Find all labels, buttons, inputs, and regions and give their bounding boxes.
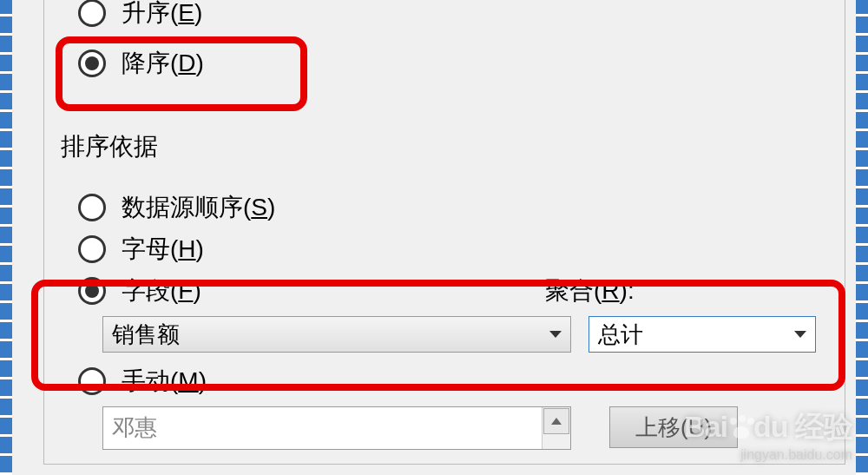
radio-field-label: 字段(F) [122, 274, 201, 307]
scrollbar[interactable] [542, 407, 570, 449]
radio-alphabet-label: 字母(H) [122, 233, 204, 266]
field-dropdown-value: 销售额 [112, 320, 549, 350]
manual-listbox[interactable]: 邓惠 [102, 406, 571, 450]
radio-field[interactable] [78, 277, 106, 305]
watermark: Baidu 经验 jingyan.baidu.com [684, 407, 852, 463]
radio-ascending-label: 升序(E) [122, 0, 202, 30]
radio-datasource[interactable] [78, 194, 106, 221]
radio-datasource-row[interactable]: 数据源顺序(S) [61, 191, 838, 224]
radio-field-row[interactable]: 字段(F) 聚合(R): [61, 274, 838, 307]
chevron-up-icon [551, 418, 562, 425]
chevron-down-icon [794, 331, 806, 338]
watermark-url: jingyan.baidu.com [684, 447, 852, 463]
manual-listbox-item[interactable]: 邓惠 [103, 407, 542, 449]
radio-manual-label: 手动(M) [122, 365, 207, 398]
field-dropdown[interactable]: 销售额 [102, 316, 571, 353]
radio-alphabet[interactable] [78, 235, 106, 263]
radio-alphabet-row[interactable]: 字母(H) [61, 233, 838, 266]
radio-descending-label: 降序(D) [122, 47, 204, 80]
radio-descending-row[interactable]: 降序(D) [61, 47, 838, 80]
chevron-down-icon [549, 331, 562, 338]
radio-ascending-row[interactable]: 升序(E) [61, 0, 838, 30]
field-dropdown-row: 销售额 总计 [61, 316, 838, 353]
agg-label: 聚合(R): [545, 274, 635, 307]
radio-datasource-label: 数据源顺序(S) [122, 191, 275, 224]
dialog-content: 升序(E) 降序(D) 排序依据 数据源顺序(S) 字母(H) 字段(F) 聚合… [12, 0, 856, 475]
aggregation-dropdown[interactable]: 总计 [589, 316, 816, 353]
watermark-logo: Baidu 经验 [684, 407, 852, 447]
radio-descending[interactable] [78, 49, 106, 77]
radio-manual-row[interactable]: 手动(M) [61, 365, 838, 398]
section-sort-by-label: 排序依据 [61, 130, 158, 163]
scroll-up-button[interactable] [543, 408, 569, 434]
radio-manual[interactable] [78, 367, 106, 395]
paw-icon [727, 416, 753, 442]
window-border-right [856, 0, 868, 475]
radio-ascending[interactable] [78, 0, 106, 27]
aggregation-dropdown-value: 总计 [598, 320, 794, 350]
window-border-left [0, 0, 12, 475]
